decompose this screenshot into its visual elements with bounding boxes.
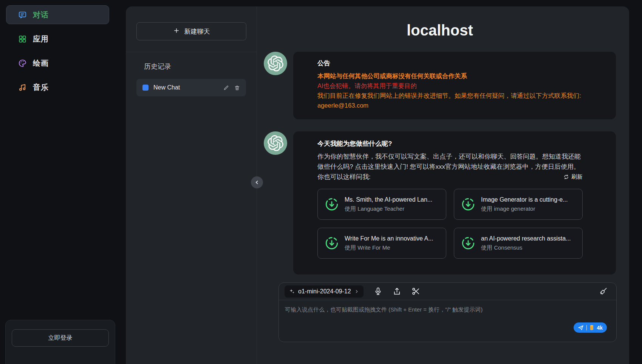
sidebar-item-label: 应用 — [33, 34, 49, 44]
download-circle-icon — [325, 197, 339, 211]
suggestion-card[interactable]: Image Generator is a cutting-e... 使用 ima… — [454, 189, 583, 220]
sidebar-item-label: 音乐 — [33, 82, 49, 93]
suggestion-card[interactable]: Ms. Smith, the AI-powered Lan... 使用 Lang… — [317, 189, 446, 220]
model-selector[interactable]: o1-mini-2024-09-12 — [285, 285, 364, 298]
chat-item-title: New Chat — [153, 84, 218, 91]
token-badge: 4k — [597, 325, 603, 331]
sidebar-item-label: 对话 — [33, 10, 49, 20]
ask-hint-text: 你也可以这样问我: — [317, 173, 371, 181]
suggestion-card[interactable]: an AI-powered research assista... 使用 Con… — [454, 228, 583, 259]
new-chat-button[interactable]: 新建聊天 — [136, 22, 246, 40]
apps-grid-icon — [18, 34, 27, 43]
openai-logo-icon — [268, 56, 283, 71]
avatar — [264, 52, 287, 75]
clear-context-button[interactable] — [599, 287, 608, 296]
login-button[interactable]: 立即登录 — [12, 329, 109, 347]
composer-toolbar: o1-mini-2024-09-12 — [279, 283, 616, 300]
suggestion-card[interactable]: Write For Me is an innovative A... 使用 Wr… — [317, 228, 446, 259]
music-note-icon — [18, 83, 27, 92]
assistant-message: 公告 本网站与任何其他公司或商标没有任何关联或合作关系 AI也会犯错。请勿将其用… — [264, 52, 616, 119]
download-circle-icon — [461, 236, 475, 250]
chevron-left-icon — [254, 179, 260, 185]
suggestion-subtitle: 使用 Write For Me — [345, 244, 433, 251]
message-input[interactable] — [279, 300, 616, 326]
new-chat-label: 新建聊天 — [184, 27, 210, 36]
suggestion-subtitle: 使用 image generator — [481, 205, 568, 213]
send-button[interactable]: 4k — [574, 322, 607, 333]
card-texts: Write For Me is an innovative A... 使用 Wr… — [345, 235, 433, 251]
welcome-title: 今天我能为您做些什么呢? — [317, 140, 583, 148]
suggestion-title: an AI-powered research assista... — [481, 235, 571, 242]
composer-body: 4k — [279, 300, 616, 342]
broom-icon — [599, 287, 608, 296]
suggestion-title: Ms. Smith, the AI-powered Lan... — [345, 196, 432, 203]
divider — [586, 325, 587, 330]
sidebar: 对话 应用 绘画 — [0, 0, 115, 364]
coin-icon — [589, 325, 594, 330]
paper-plane-icon — [578, 325, 584, 331]
suggestion-subtitle: 使用 Consensus — [481, 244, 571, 251]
welcome-bubble: 今天我能为您做些什么呢? 作为你的智慧伙伴，我不仅可以写文案、出点子，还可以和你… — [293, 131, 616, 275]
suggestion-cards: Ms. Smith, the AI-powered Lan... 使用 Lang… — [317, 189, 583, 259]
sidebar-item-drawing[interactable]: 绘画 — [6, 54, 109, 72]
scissors-icon[interactable] — [411, 287, 420, 296]
composer: o1-mini-2024-09-12 — [278, 282, 617, 342]
chat-history-column: 新建聊天 历史记录 New Chat — [126, 6, 257, 364]
chat-history-item[interactable]: New Chat — [136, 79, 246, 96]
openai-logo-icon — [268, 135, 283, 151]
collapse-sidebar-button[interactable] — [251, 176, 263, 188]
download-circle-icon — [461, 197, 475, 211]
welcome-body: 作为你的智慧伙伴，我不仅可以写文案、出点子，还可以和你聊天、回答问题。想知道我还… — [317, 151, 583, 172]
plus-icon — [173, 27, 180, 36]
login-panel: 立即登录 — [5, 320, 115, 364]
edit-icon[interactable] — [223, 85, 229, 91]
announcement-line: 我们目前正在修复我们网站上的错误并改进细节。如果您有任何疑问，请通过以下方式联系… — [317, 91, 583, 100]
divider — [126, 52, 257, 52]
chat-bubble-icon — [18, 10, 27, 19]
card-texts: Ms. Smith, the AI-powered Lan... 使用 Lang… — [345, 196, 432, 213]
suggestion-title: Image Generator is a cutting-e... — [481, 196, 568, 203]
announcement-line: AI也会犯错。请勿将其用于重要目的 — [317, 81, 583, 91]
card-texts: an AI-powered research assista... 使用 Con… — [481, 235, 571, 251]
main-panel: 新建聊天 历史记录 New Chat — [126, 6, 629, 364]
announcement-line: 本网站与任何其他公司或商标没有任何关联或合作关系 — [317, 71, 583, 81]
upload-icon[interactable] — [393, 287, 401, 296]
app-window: 对话 应用 绘画 — [0, 0, 642, 364]
page-title: localhost — [264, 22, 616, 39]
announcement-title: 公告 — [317, 59, 583, 68]
card-texts: Image Generator is a cutting-e... 使用 ima… — [481, 196, 568, 213]
palette-icon — [18, 59, 27, 68]
contact-email[interactable]: ageerle@163.com — [317, 100, 583, 110]
model-label: o1-mini-2024-09-12 — [298, 288, 351, 295]
download-circle-icon — [325, 236, 339, 250]
refresh-label: 刷新 — [571, 173, 583, 180]
assistant-message: 今天我能为您做些什么呢? 作为你的智慧伙伴，我不仅可以写文案、出点子，还可以和你… — [264, 131, 616, 275]
chat-main-area: localhost 公告 本网站与任何其他公司或商标没有任何关联或合作关系 AI… — [257, 6, 629, 364]
chevron-right-icon — [354, 289, 359, 294]
mic-icon[interactable] — [374, 287, 382, 296]
sidebar-item-apps[interactable]: 应用 — [6, 29, 109, 48]
sidebar-item-music[interactable]: 音乐 — [6, 78, 109, 97]
chat-color-swatch — [142, 85, 149, 91]
trash-icon[interactable] — [234, 85, 240, 91]
avatar — [264, 131, 287, 155]
ask-hint-row: 你也可以这样问我: 刷新 — [317, 172, 583, 182]
sidebar-item-chat[interactable]: 对话 — [6, 5, 109, 24]
announcement-bubble: 公告 本网站与任何其他公司或商标没有任何关联或合作关系 AI也会犯错。请勿将其用… — [293, 52, 616, 119]
history-title: 历史记录 — [144, 62, 257, 71]
sidebar-item-label: 绘画 — [33, 58, 49, 68]
refresh-icon — [563, 174, 569, 180]
suggestion-subtitle: 使用 Language Teacher — [345, 205, 432, 213]
refresh-suggestions-button[interactable]: 刷新 — [563, 173, 583, 180]
suggestion-title: Write For Me is an innovative A... — [345, 235, 433, 242]
sparkles-icon — [289, 288, 295, 294]
chat-item-actions — [223, 85, 240, 91]
